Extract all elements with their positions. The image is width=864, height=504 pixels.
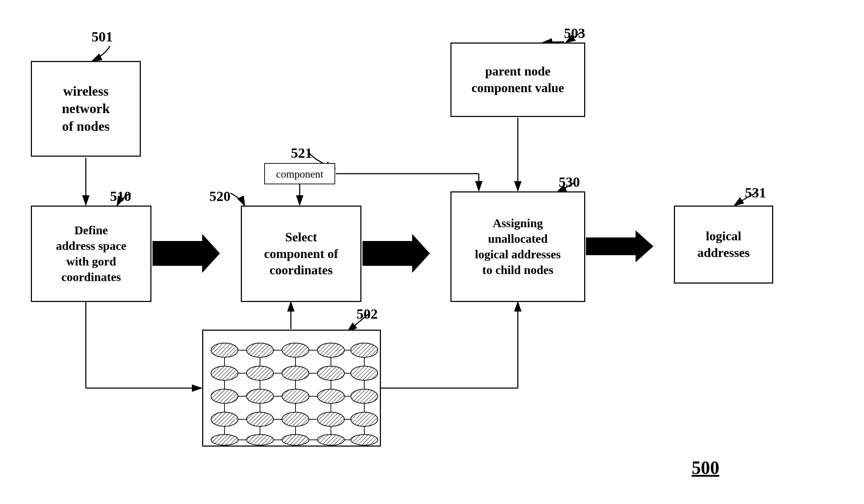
svg-point-18 [282,343,309,357]
svg-point-31 [211,412,238,426]
grid-matrix-box [202,330,381,447]
label-502: 502 [356,306,378,322]
assign-addresses-box: Assigning unallocated logical addresses … [450,191,585,302]
label-503: 503 [564,25,585,41]
svg-point-20 [351,343,378,357]
svg-point-34 [317,412,344,426]
svg-point-23 [282,366,309,380]
define-address-box: Define address space with gord coordinat… [31,206,151,302]
diagram: wireless network of nodes Define address… [0,0,864,504]
select-component-box: Select component of coordinates [241,206,361,302]
svg-point-17 [247,343,273,357]
label-510: 510 [110,188,131,205]
svg-point-19 [317,343,344,357]
label-530: 530 [559,174,580,190]
svg-point-16 [211,343,238,357]
svg-point-33 [282,412,309,426]
parent-node-box: parent node component value [450,43,585,117]
label-531: 531 [745,184,766,201]
label-501: 501 [92,28,113,45]
svg-point-37 [247,435,273,445]
svg-point-32 [247,412,273,426]
svg-marker-3 [153,234,220,273]
svg-point-35 [351,412,378,426]
svg-point-38 [282,435,309,445]
svg-point-30 [351,389,378,403]
svg-point-27 [247,389,273,403]
component-small-box: component [264,163,335,184]
svg-point-25 [351,366,378,380]
wireless-network-box: wireless network of nodes [31,61,141,157]
svg-point-36 [211,435,238,445]
logical-addresses-box: logical addresses [674,206,773,284]
svg-point-21 [211,366,238,380]
label-520: 520 [209,188,231,205]
svg-point-29 [317,389,344,403]
label-500: 500 [692,457,719,478]
label-521: 521 [291,145,312,161]
svg-point-26 [211,389,238,403]
grid-svg [203,331,382,448]
svg-point-24 [317,366,344,380]
svg-point-40 [351,435,378,445]
svg-point-39 [317,435,344,445]
svg-point-22 [247,366,273,380]
svg-marker-4 [362,234,430,273]
svg-marker-5 [586,230,653,262]
svg-point-28 [282,389,309,403]
